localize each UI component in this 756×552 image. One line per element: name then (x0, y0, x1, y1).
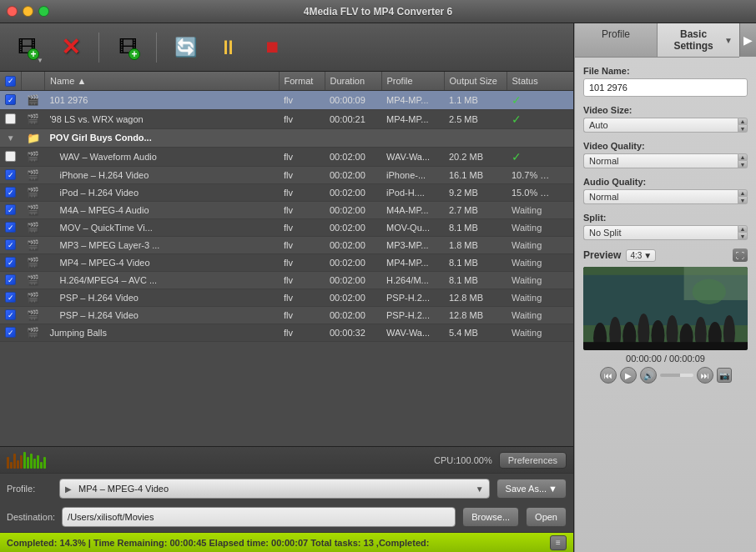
split-spinner[interactable]: ▲ ▼ (738, 225, 748, 240)
row-check-cell[interactable]: ✓ (0, 183, 22, 201)
table-row[interactable]: ▼ 📁 POV Girl Buys Condo... (0, 128, 573, 147)
row-checkbox[interactable]: ✓ (5, 222, 16, 233)
browse-button[interactable]: Browse... (462, 507, 519, 527)
row-checkbox[interactable]: ✓ (5, 94, 16, 105)
row-check-cell[interactable]: ✓ (0, 201, 22, 218)
basic-settings-tab[interactable]: Basic Settings ▼ (658, 23, 739, 57)
audio-quality-spinner[interactable]: ▲ ▼ (738, 189, 748, 204)
row-check-cell[interactable]: ✓ (0, 218, 22, 236)
row-check-cell[interactable]: ✓ (0, 324, 22, 341)
destination-input[interactable]: /Users/xilisoft/Movies (62, 507, 456, 527)
row-check-cell[interactable]: ✓ (0, 236, 22, 253)
video-size-up[interactable]: ▲ (738, 118, 748, 125)
col-duration[interactable]: Duration (325, 72, 381, 90)
row-check-cell[interactable]: ✓ (0, 90, 22, 109)
add-video-button[interactable]: 🎞 + ▼ (8, 29, 45, 66)
viz-bar (17, 460, 19, 469)
table-row[interactable]: ✓ 🎬 MOV – QuickTime Vi... flv 00:02:00 M… (0, 218, 573, 236)
play-button[interactable]: ▶ (620, 367, 637, 384)
row-duration: 00:02:00 (325, 147, 381, 166)
col-name[interactable]: Name ▲ (45, 72, 280, 90)
row-check-cell[interactable]: ✓ (0, 306, 22, 324)
row-format: flv (279, 147, 325, 166)
screenshot-button[interactable]: 📷 (717, 368, 732, 383)
table-row[interactable]: ✓ 🎬 Jumping Balls flv 00:00:32 WAV-Wa...… (0, 324, 573, 341)
minimize-button[interactable] (23, 6, 33, 17)
video-size-select[interactable]: Auto ▲ ▼ (583, 118, 748, 133)
expand-button[interactable]: ▶ (739, 23, 756, 57)
row-name: MP3 – MPEG Layer-3 ... (45, 236, 280, 253)
volume-slider[interactable] (660, 374, 693, 377)
open-button[interactable]: Open (526, 507, 567, 527)
select-all-checkbox[interactable]: ✓ (5, 76, 16, 87)
profile-tab[interactable]: Profile (575, 23, 658, 57)
row-checkbox[interactable]: ✓ (5, 292, 16, 303)
fullscreen-button[interactable]: ⛶ (733, 248, 748, 262)
table-row[interactable]: ✓ 🎬 MP4 – MPEG-4 Video flv 00:02:00 MP4-… (0, 253, 573, 271)
table-row[interactable]: ✓ 🎬 iPhone – H.264 Video flv 00:02:00 iP… (0, 166, 573, 183)
table-row[interactable]: 🎬 WAV – Waveform Audio flv 00:02:00 WAV-… (0, 147, 573, 166)
video-quality-select[interactable]: Normal ▲ ▼ (583, 153, 748, 168)
split-down[interactable]: ▼ (738, 233, 748, 240)
row-checkbox[interactable]: ✓ (5, 274, 16, 285)
col-output-size[interactable]: Output Size (444, 72, 507, 90)
row-checkbox[interactable]: ✓ (5, 169, 16, 180)
table-row[interactable]: ✓ 🎬 101 2976 flv 00:00:09 MP4-MP... 1.1 … (0, 90, 573, 109)
row-check-cell[interactable]: ✓ (0, 166, 22, 183)
forward-button[interactable]: ⏭ (697, 367, 713, 384)
row-check-cell[interactable] (0, 109, 22, 128)
preferences-button[interactable]: Preferences (499, 452, 567, 469)
audio-quality-up[interactable]: ▲ (738, 189, 748, 197)
pause-button[interactable]: ⏸ (210, 29, 247, 66)
split-select[interactable]: No Split ▲ ▼ (583, 225, 748, 240)
row-icon-cell: 🎬 (22, 109, 45, 128)
col-profile[interactable]: Profile (381, 72, 444, 90)
window-controls[interactable] (7, 6, 49, 17)
col-format[interactable]: Format (279, 72, 325, 90)
convert-button[interactable]: 🔄 (167, 29, 204, 66)
audio-quality-down[interactable]: ▼ (738, 197, 748, 204)
row-check-cell[interactable]: ✓ (0, 253, 22, 271)
table-row[interactable]: 🎬 '98 LS vs. WRX wagon flv 00:00:21 MP4-… (0, 109, 573, 128)
save-as-button[interactable]: Save As... ▼ (496, 479, 567, 499)
table-row[interactable]: ✓ 🎬 PSP – H.264 Video flv 00:02:00 PSP-H… (0, 306, 573, 324)
row-check-cell[interactable]: ✓ (0, 271, 22, 289)
row-checkbox[interactable]: ✓ (5, 239, 16, 250)
row-checkbox[interactable]: ✓ (5, 204, 16, 215)
profile-select[interactable]: ▶ MP4 – MPEG-4 Video ▼ (59, 479, 490, 499)
table-row[interactable]: ✓ 🎬 iPod – H.264 Video flv 00:02:00 iPod… (0, 183, 573, 201)
row-checkbox[interactable]: ✓ (5, 187, 16, 198)
row-checkbox[interactable] (5, 151, 16, 162)
table-row[interactable]: ✓ 🎬 PSP – H.264 Video flv 00:02:00 PSP-H… (0, 289, 573, 306)
aspect-ratio-select[interactable]: 4:3 ▼ (626, 249, 656, 262)
row-check-cell[interactable] (0, 147, 22, 166)
row-check-cell[interactable]: ✓ (0, 289, 22, 306)
row-checkbox[interactable]: ✓ (5, 257, 16, 268)
add-folder-button[interactable]: 🎞 + (109, 29, 146, 66)
rewind-button[interactable]: ⏮ (600, 367, 617, 384)
video-size-down[interactable]: ▼ (738, 125, 748, 133)
delete-button[interactable]: ✕ (52, 29, 88, 66)
close-button[interactable] (7, 6, 18, 17)
video-quality-down[interactable]: ▼ (738, 161, 748, 168)
file-name-input[interactable] (583, 78, 748, 97)
video-quality-spinner[interactable]: ▲ ▼ (738, 153, 748, 168)
video-quality-up[interactable]: ▲ (738, 153, 748, 161)
table-row[interactable]: ✓ 🎬 M4A – MPEG-4 Audio flv 00:02:00 M4A-… (0, 201, 573, 218)
volume-button[interactable]: 🔊 (640, 367, 657, 384)
stop-button[interactable]: ⏹ (254, 29, 290, 66)
right-tabs: Profile Basic Settings ▼ ▶ (575, 23, 756, 58)
table-row[interactable]: ✓ 🎬 MP3 – MPEG Layer-3 ... flv 00:02:00 … (0, 236, 573, 253)
row-format: flv (279, 271, 325, 289)
maximize-button[interactable] (38, 6, 49, 17)
video-size-spinner[interactable]: ▲ ▼ (738, 118, 748, 133)
row-checkbox[interactable] (5, 113, 16, 124)
row-checkbox[interactable]: ✓ (5, 327, 16, 338)
table-row[interactable]: ✓ 🎬 H.264/MPEG4 – AVC ... flv 00:02:00 H… (0, 271, 573, 289)
audio-quality-select[interactable]: Normal ▲ ▼ (583, 189, 748, 204)
row-checkbox[interactable]: ✓ (5, 309, 16, 320)
split-up[interactable]: ▲ (738, 225, 748, 233)
log-button[interactable]: ≡ (550, 535, 567, 550)
profile-value: MP4 – MPEG-4 Video (78, 484, 169, 494)
col-status[interactable]: Status (507, 72, 573, 90)
